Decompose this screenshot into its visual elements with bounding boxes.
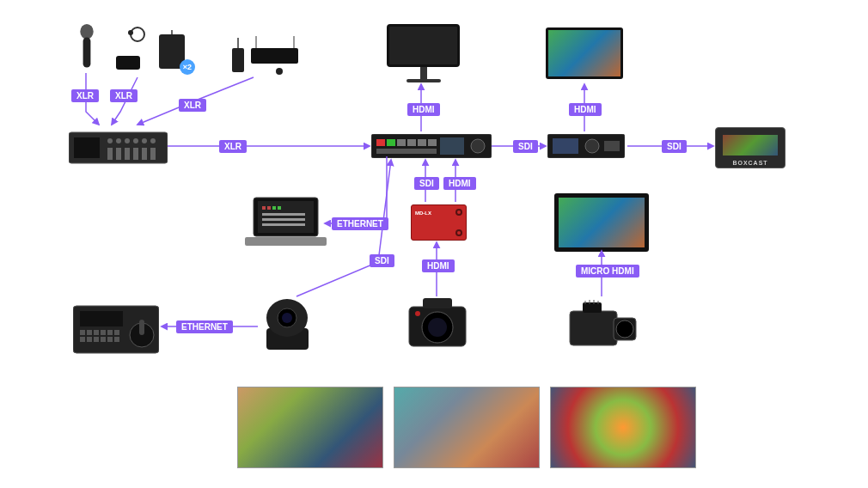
connection-lines <box>0 0 868 488</box>
label-hdmi-tv: HDMI <box>569 103 602 116</box>
label-ethernet-laptop: ETHERNET <box>332 217 388 230</box>
label-xlr-lav: XLR <box>110 89 138 102</box>
label-xlr-mic: XLR <box>71 89 99 102</box>
label-xlr-mixer: XLR <box>219 140 247 153</box>
label-microhdmi: MICRO HDMI <box>576 265 639 278</box>
label-sdi-ptz: SDI <box>370 254 394 267</box>
label-sdi-recorder: SDI <box>513 140 538 153</box>
label-xlr-wireless: XLR <box>179 99 206 112</box>
label-hdmi-monitor: HDMI <box>407 103 440 116</box>
label-sdi-up: SDI <box>414 177 439 190</box>
label-hdmi-up: HDMI <box>443 177 476 190</box>
label-sdi-boxcast: SDI <box>662 140 687 153</box>
label-hdmi-cinema: HDMI <box>422 259 455 272</box>
label-ethernet-ptz: ETHERNET <box>176 320 233 333</box>
